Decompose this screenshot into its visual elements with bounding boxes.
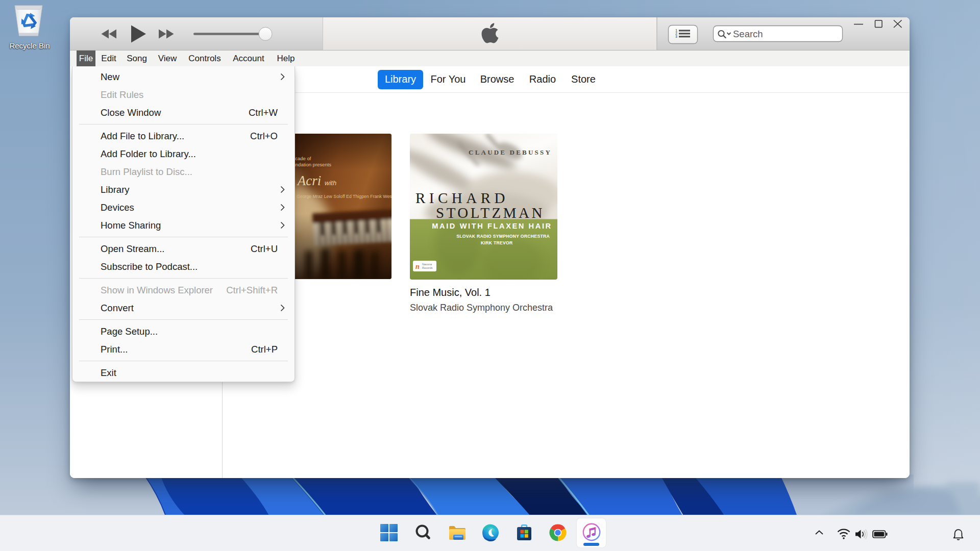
svg-text:Search: Search — [733, 29, 763, 39]
svg-text:Navona: Navona — [422, 263, 432, 266]
svg-text:KIRK TREVOR: KIRK TREVOR — [481, 240, 513, 245]
svg-text:SLOVAK RADIO SYMPHONY ORCHESTR: SLOVAK RADIO SYMPHONY ORCHESTRA — [456, 234, 550, 239]
svg-text:3: 3 — [675, 35, 677, 38]
svg-text:RICHARD: RICHARD — [415, 190, 509, 206]
svg-text:MAID WITH FLAXEN HAIR: MAID WITH FLAXEN HAIR — [432, 222, 552, 230]
svg-text:n: n — [415, 263, 420, 270]
svg-text:STOLTZMAN: STOLTZMAN — [436, 205, 545, 221]
svg-text:Records: Records — [422, 266, 433, 269]
svg-text:with: with — [325, 179, 336, 187]
svg-text:CLAUDE DEBUSSY: CLAUDE DEBUSSY — [469, 148, 552, 156]
